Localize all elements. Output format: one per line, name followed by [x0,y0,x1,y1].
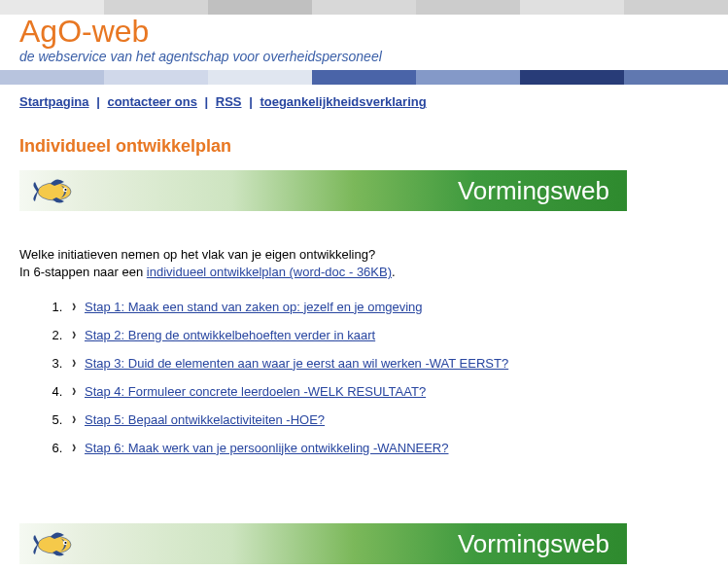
nav-toegankelijkheidsverklaring[interactable]: toegankelijkheidsverklaring [260,94,426,109]
chevron-right-icon: › [72,379,76,400]
fish-icon [31,527,86,560]
svg-point-5 [64,541,66,543]
site-header: AgO-web de webservice van het agentschap… [0,15,728,70]
list-item: › Stap 3: Duid de elementen aan waar je … [66,356,709,371]
site-title: AgO-web [19,15,709,49]
list-item: › Stap 4: Formuleer concrete leerdoelen … [66,384,709,399]
chevron-right-icon: › [72,323,76,343]
nav-separator: | [201,94,213,109]
vormingsweb-banner-bottom: Vormingsweb [19,523,627,564]
blue-decorative-stripe [0,70,728,85]
step-link-3[interactable]: Stap 3: Duid de elementen aan waar je ee… [85,356,508,371]
step-link-4[interactable]: Stap 4: Formuleer concrete leerdoelen -W… [85,384,426,399]
nav-contacteer-ons[interactable]: contacteer ons [107,94,196,109]
intro-line2-prefix: In 6-stappen naar een [19,265,147,279]
chevron-right-icon: › [72,436,76,456]
fish-icon [31,174,86,207]
intro-line2-suffix: . [392,265,396,279]
step-link-5[interactable]: Stap 5: Bepaal ontwikkelactiviteiten -HO… [85,412,325,427]
top-decorative-stripe [0,0,728,15]
list-item: › Stap 5: Bepaal ontwikkelactiviteiten -… [66,412,709,427]
banner-title: Vormingsweb [458,528,609,558]
intro-line1: Welke initiatieven nemen op het vlak van… [19,246,709,264]
nav-startpagina[interactable]: Startpagina [19,94,89,109]
step-link-1[interactable]: Stap 1: Maak een stand van zaken op: jez… [85,300,423,314]
chevron-right-icon: › [72,408,76,428]
step-link-2[interactable]: Stap 2: Breng de ontwikkelbehoeften verd… [85,328,375,342]
page-title: Individueel ontwikkelplan [19,136,709,157]
list-item: › Stap 6: Maak werk van je persoonlijke … [66,441,709,455]
steps-list: › Stap 1: Maak een stand van zaken op: j… [66,300,709,455]
nav-separator: | [92,94,104,109]
list-item: › Stap 2: Breng de ontwikkelbehoeften ve… [66,328,709,342]
intro-text: Welke initiatieven nemen op het vlak van… [19,246,709,281]
list-item: › Stap 1: Maak een stand van zaken op: j… [66,300,709,314]
site-subtitle: de webservice van het agentschap voor ov… [19,49,709,64]
intro-line2: In 6-stappen naar een individueel ontwik… [19,264,709,281]
nav-rss[interactable]: RSS [216,94,242,109]
vormingsweb-banner-top: Vormingsweb [19,170,627,211]
chevron-right-icon: › [72,351,76,372]
step-link-6[interactable]: Stap 6: Maak werk van je persoonlijke on… [85,441,449,455]
top-nav: Startpagina | contacteer ons | RSS | toe… [0,85,728,119]
banner-title: Vormingsweb [458,176,609,206]
intro-download-link[interactable]: individueel ontwikkelplan (word-doc - 36… [147,265,392,279]
chevron-right-icon: › [72,295,76,315]
nav-separator: | [245,94,257,109]
svg-point-2 [64,189,66,191]
